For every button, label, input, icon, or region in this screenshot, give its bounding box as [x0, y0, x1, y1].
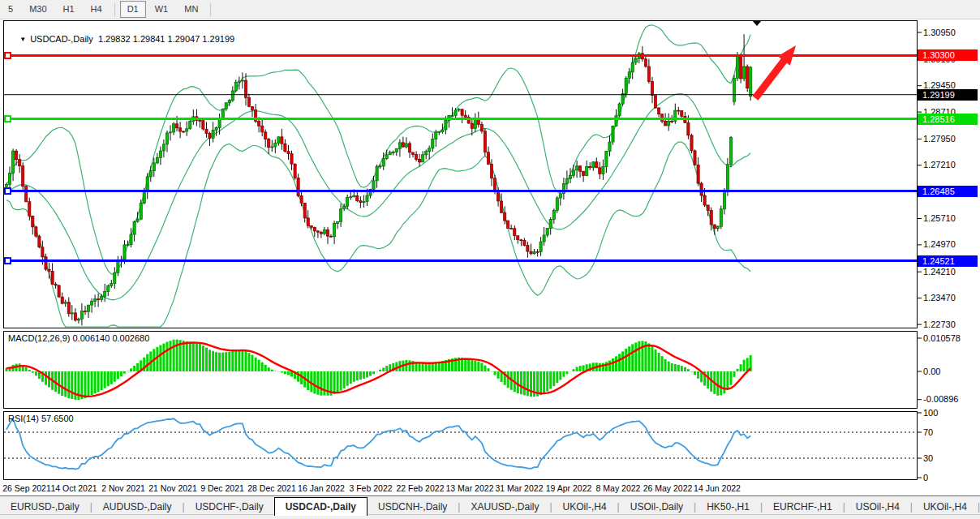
price-box-label: 1.26485: [918, 186, 978, 197]
date-label: 19 Apr 2022: [546, 483, 592, 493]
date-label: 16 Jan 2022: [298, 483, 345, 493]
chart-tab-eurchf-h1[interactable]: EURCHF-,H1: [763, 499, 843, 515]
chart-tab-usdchf-daily[interactable]: USDCHF-,Daily: [185, 499, 274, 515]
price-box-label: 1.29199: [918, 89, 978, 101]
date-label: 9 Dec 2021: [200, 483, 244, 493]
timeframe-button-d1[interactable]: D1: [120, 1, 146, 18]
price-tick-label: 1.30950: [923, 28, 956, 38]
timeframe-button-h1[interactable]: H1: [56, 1, 82, 18]
date-axis: 26 Sep 202114 Oct 20212 Nov 202121 Nov 2…: [0, 480, 980, 495]
rsi-indicator-pane[interactable]: [3, 411, 918, 480]
chart-tab-xauusd-daily[interactable]: XAUUSD-,Daily: [460, 499, 549, 515]
symbol-label: ▼USDCAD-,Daily 1.29832 1.29841 1.29047 1…: [10, 24, 234, 54]
macd-label: MACD(12,26,9) 0.006140 0.002680: [8, 333, 149, 343]
trading-terminal-window: 5M30H1H4D1W1MN ▼USDCAD-,Daily 1.29832 1.…: [0, 0, 980, 519]
date-label: 28 Dec 2021: [247, 483, 296, 493]
chart-tab-usoil-daily[interactable]: USOil-,Daily: [620, 499, 694, 515]
date-label: 3 Feb 2022: [349, 483, 392, 493]
price-box-label: 1.28516: [918, 114, 978, 125]
timeframe-button-w1[interactable]: W1: [148, 1, 176, 18]
rsi-tick-label: 100: [923, 408, 938, 418]
price-tick-label: 1.24970: [923, 239, 956, 250]
chart-tab-ukoil-h4[interactable]: UKOil-,H4: [552, 499, 617, 515]
date-label: 2 Nov 2021: [101, 483, 145, 493]
chart-tab-audusd-daily[interactable]: AUDUSD-,Daily: [92, 499, 183, 515]
rsi-tick-label: 70: [923, 427, 933, 438]
timeframe-button-mn[interactable]: MN: [177, 1, 205, 18]
main-chart-pane[interactable]: [3, 20, 918, 328]
price-box-label: 1.24521: [918, 255, 978, 267]
price-box-label: 1.30300: [918, 49, 978, 61]
price-tick-label: 1.27950: [923, 134, 956, 144]
chevron-down-icon[interactable]: ▼: [19, 36, 26, 43]
price-tick-label: 1.24210: [923, 267, 956, 277]
chart-tab-ukoil-h4[interactable]: UKOil-,H4: [913, 499, 978, 515]
status-bar: [0, 514, 980, 519]
date-label: 31 Mar 2022: [496, 483, 544, 493]
date-label: 26 May 2022: [643, 483, 693, 493]
chart-tab-eurusd-daily[interactable]: EURUSD-,Daily: [0, 499, 90, 515]
rsi-label: RSI(14) 57.6500: [8, 414, 74, 423]
macd-tick-label: 0.00: [923, 367, 940, 377]
date-label: 14 Jun 2022: [694, 483, 741, 493]
date-label: 22 Feb 2022: [397, 483, 445, 493]
toolbar-separator: [114, 3, 115, 16]
price-tick-label: 1.22730: [923, 320, 956, 330]
price-tick-label: 1.23470: [923, 293, 956, 303]
price-tick-label: 1.25710: [923, 213, 956, 224]
symbol-name: USDCAD-,Daily: [30, 34, 93, 44]
timeframe-toolbar: 5M30H1H4D1W1MN: [0, 0, 980, 19]
date-label: 26 Sep 2021: [2, 483, 51, 493]
timeframe-button-5[interactable]: 5: [1, 1, 20, 18]
price-tick-label: 1.27210: [923, 160, 956, 170]
chart-tab-bar: EURUSD-,Daily|AUDUSD-,Daily|USDCHF-,Dail…: [0, 495, 980, 515]
chart-tab-usdcnh-daily[interactable]: USDCNH-,Daily: [368, 499, 458, 515]
toolbar-separator: [210, 3, 211, 16]
timeframe-button-h4[interactable]: H4: [84, 1, 110, 18]
chart-tab-usdcad-daily[interactable]: USDCAD-,Daily: [274, 497, 368, 516]
chart-tab-hk50-h1[interactable]: HK50-,H1: [696, 499, 760, 515]
chart-tab-usoil-h4[interactable]: USOil-,H4: [845, 499, 910, 515]
date-label: 8 May 2022: [596, 483, 641, 493]
date-label: 21 Nov 2021: [148, 483, 197, 493]
date-label: 13 Mar 2022: [446, 483, 494, 493]
ohlc-values: 1.29832 1.29841 1.29047 1.29199: [98, 34, 234, 44]
rsi-tick-label: 30: [923, 453, 933, 464]
macd-tick-label: 0.010578: [923, 333, 961, 344]
macd-tick-label: -0.00896: [923, 394, 958, 405]
timeframe-button-m30[interactable]: M30: [22, 1, 54, 18]
date-label: 14 Oct 2021: [50, 483, 97, 493]
rsi-tick-label: 0: [923, 473, 928, 483]
